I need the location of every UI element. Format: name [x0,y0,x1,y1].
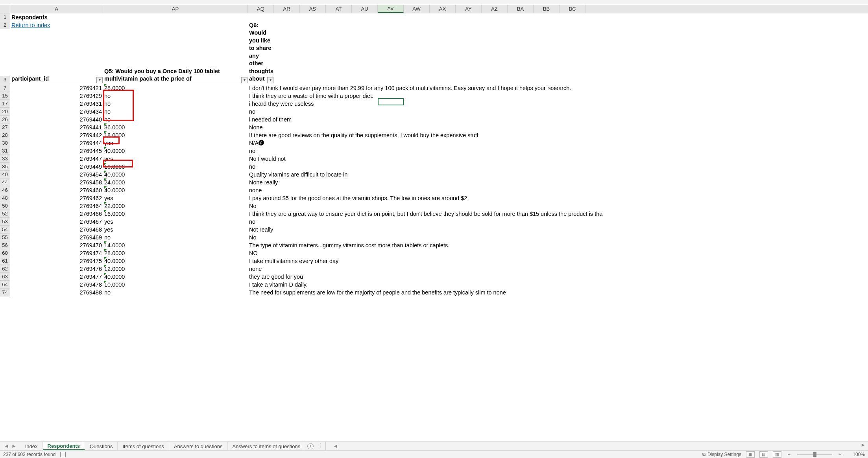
select-all-corner[interactable] [0,5,10,13]
row-header[interactable]: 48 [0,194,10,202]
column-header-AV[interactable]: AV [378,5,404,13]
row-header[interactable]: 50 [0,202,10,210]
column-header-AZ[interactable]: AZ [482,5,508,13]
cell-A[interactable]: 2769449 [10,163,103,171]
cell-AP[interactable]: 40.0000 [103,273,248,281]
cell-AP[interactable]: 24.0000 [103,178,248,186]
cell-A[interactable]: 2769431 [10,100,103,108]
column-header-BC[interactable]: BC [560,5,585,13]
cell-AP[interactable]: 40.0000 [103,186,248,194]
row-header[interactable]: 20 [0,108,10,116]
macro-record-icon[interactable] [60,452,66,457]
cell-AQ[interactable]: I take multivitamins every other day [248,257,274,265]
cell-A[interactable]: participant_id [10,29,103,84]
filter-button-q6[interactable] [267,77,273,83]
sheet-tab-respondents[interactable]: Respondents [43,442,85,450]
cell-AP[interactable]: 22.0000 [103,202,248,210]
cell-AQ[interactable]: If there are good reviews on the quality… [248,131,274,139]
row-header[interactable]: 30 [0,139,10,147]
cell-A[interactable]: 2769475 [10,257,103,265]
row-header[interactable]: 63 [0,273,10,281]
cell-AQ[interactable]: No [248,234,274,241]
zoom-slider[interactable] [797,454,832,455]
sheet-tab-answers-to-items-of-questions[interactable]: Answers to items of questions [228,442,306,450]
row-header[interactable]: 60 [0,249,10,257]
tab-nav-prev-icon[interactable]: ◄ [4,443,9,449]
zoom-level-button[interactable]: 100% [848,452,865,457]
hscroll-left-icon[interactable]: ◄ [331,443,340,449]
cell-AP[interactable]: no [103,108,248,116]
spreadsheet-grid[interactable]: AAPAQARASATAUAVAWAXAYAZBABBBC 1Responden… [0,5,868,441]
cell-AQ[interactable]: Q6: Would you like to share any other th… [248,29,274,84]
tab-nav-next-icon[interactable]: ► [11,443,17,449]
cell-AP[interactable]: 10.0000 [103,281,248,289]
cell-A[interactable]: 2769478 [10,281,103,289]
filter-button-participant-id[interactable] [96,77,103,83]
cell-A[interactable]: 2769441 [10,123,103,131]
cell-AP[interactable]: 10.0000 [103,163,248,171]
cell-AQ[interactable]: Quality vitamins are difficult to locate… [248,171,274,178]
cell-AQ[interactable]: None really [248,178,274,186]
row-header[interactable]: 54 [0,226,10,234]
row-header[interactable]: 52 [0,210,10,218]
row-header[interactable]: 64 [0,281,10,289]
cell-AP[interactable]: yes [103,139,248,147]
cell-AQ[interactable]: they are good for you [248,273,274,281]
cell-AQ[interactable]: none [248,265,274,273]
cell-AQ[interactable]: NO [248,249,274,257]
cell-AP[interactable]: 28.0000 [103,84,248,92]
cell-AP[interactable]: 28.0000 [103,249,248,257]
cell-A[interactable]: 2769474 [10,249,103,257]
sheet-tab-items-of-questions[interactable]: Items of questions [118,442,169,450]
row-header[interactable]: 27 [0,123,10,131]
row-header[interactable]: 33 [0,155,10,163]
return-to-index-link[interactable]: Return to index [11,22,50,28]
cell-AP[interactable]: Q5: Would you buy a Once Daily 100 table… [103,29,248,84]
cell-A[interactable]: 2769466 [10,210,103,218]
cell-AQ[interactable]: i needed of them [248,116,274,123]
row-header[interactable]: 53 [0,218,10,226]
cell-A[interactable]: 2769460 [10,186,103,194]
cell-AQ[interactable]: No I would not [248,155,274,163]
cell-AP[interactable]: 12.0000 [103,265,248,273]
view-normal-button[interactable]: ▦ [746,451,755,458]
cell-A[interactable]: 2769434 [10,108,103,116]
view-page-layout-button[interactable]: ▤ [759,451,768,458]
row-header[interactable]: 40 [0,171,10,178]
cell-AP[interactable]: no [103,289,248,296]
cell-AP[interactable]: no [103,234,248,241]
column-header-AW[interactable]: AW [404,5,430,13]
sheet-tab-index[interactable]: Index [20,442,43,450]
column-header-AR[interactable]: AR [274,5,300,13]
row-header[interactable]: 26 [0,116,10,123]
cell-AQ[interactable]: I don't think I would ever pay more than… [248,84,274,92]
cell-AQ[interactable]: no [248,163,274,171]
cell-AQ[interactable]: no [248,218,274,226]
column-header-BB[interactable]: BB [534,5,560,13]
cell-A[interactable]: 2769477 [10,273,103,281]
cell-AQ[interactable]: no [248,147,274,155]
cell-AQ[interactable]: Not really [248,226,274,234]
zoom-out-button[interactable]: − [786,452,792,457]
view-page-break-button[interactable]: ▥ [773,451,781,458]
row-header[interactable]: 44 [0,178,10,186]
cell-AQ[interactable]: I pay around $5 for the good ones at the… [248,194,274,202]
cell-AQ[interactable]: no [248,108,274,116]
zoom-slider-thumb[interactable] [813,452,816,457]
column-header-BA[interactable]: BA [508,5,534,13]
column-header-AQ[interactable]: AQ [248,5,274,13]
row-header[interactable]: 7 [0,84,10,92]
add-sheet-button[interactable]: + [305,442,316,450]
cell-AP[interactable]: 18.0000 [103,131,248,139]
cell-A[interactable]: 2769454 [10,171,103,178]
row-header[interactable]: 17 [0,100,10,108]
cell-AQ[interactable]: No [248,202,274,210]
sheet-title[interactable]: Respondents [10,13,103,21]
cell-AQ[interactable]: None [248,123,274,131]
hscroll-right-icon[interactable]: ► [858,442,868,450]
cell-A[interactable]: 2769447 [10,155,103,163]
cell-A[interactable]: 2769462 [10,194,103,202]
column-header-AU[interactable]: AU [352,5,378,13]
cell-A[interactable]: 2769470 [10,241,103,249]
cell-AQ[interactable]: none [248,186,274,194]
